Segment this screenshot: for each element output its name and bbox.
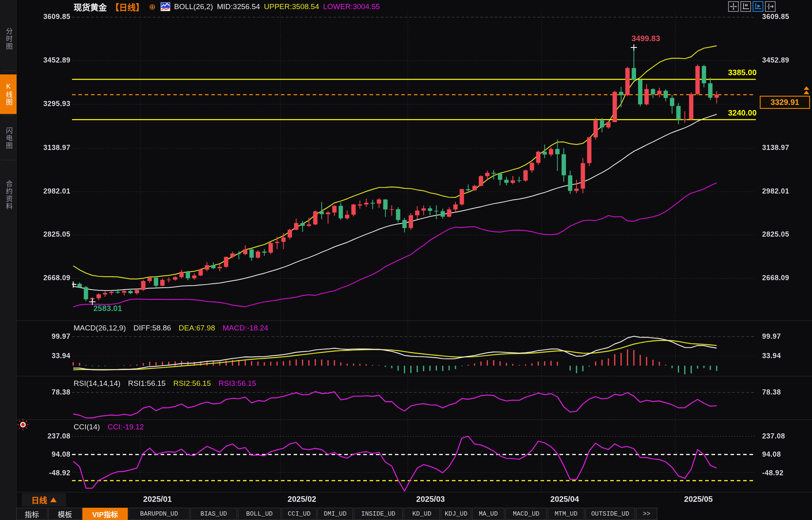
low-price-marker: 2583.01 <box>93 304 122 313</box>
cci-axis-label: 237.08 <box>23 432 70 440</box>
indicator-tab--[interactable]: 模板 <box>48 508 82 520</box>
y-axis-label: 2668.09 <box>762 274 789 282</box>
sidebar-item-contract-info[interactable]: 合约资料 <box>0 161 17 229</box>
sidebar-divider <box>2 70 15 71</box>
y-axis-label: 2982.01 <box>762 187 789 195</box>
y-axis-label: 3609.85 <box>23 13 70 21</box>
rsi-axis-label: 78.38 <box>762 388 781 397</box>
indicator-tab-inside-ud[interactable]: INSIDE_UD <box>354 508 403 520</box>
cci-axis-label: -48.92 <box>23 469 70 477</box>
rsi2-value: RSI2:56.15 <box>173 379 211 387</box>
y-axis-label: 2825.05 <box>762 230 789 239</box>
boll-indicator-label: BOLL(26,2) <box>174 2 213 11</box>
macd-dea-value: DEA:67.98 <box>179 324 215 332</box>
indicator-tab-dmi-ud[interactable]: DMI_UD <box>317 508 353 520</box>
macd-axis-label: 99.97 <box>23 332 70 341</box>
indicator-tab-macd-ud[interactable]: MACD_UD <box>505 508 547 520</box>
indicator-tab-barupdn-ud[interactable]: BARUPDN_UD <box>129 508 190 520</box>
kline-badge-icon <box>161 2 170 11</box>
indicator-tab-bias-ud[interactable]: BIAS_UD <box>190 508 237 520</box>
rsi3-value: RSI3:56.15 <box>218 379 256 387</box>
live-record-icon <box>17 419 28 430</box>
cci-value: CCI:-19.12 <box>108 423 144 431</box>
indicator-tab-boll-ud[interactable]: BOLL_UD <box>238 508 281 520</box>
symbol-name: 现货黄金 <box>74 1 107 13</box>
high-price-marker: 3499.83 <box>632 34 660 43</box>
rsi1-value: RSI1:56.15 <box>128 379 166 387</box>
app-window: 分时图 K线图 闪电图 合约资料 现货黄金 【日线】 ⊕ BOLL(26,2) … <box>0 0 812 520</box>
chart-canvas[interactable] <box>0 0 812 520</box>
indicator-tab-outside-ud[interactable]: OUTSIDE_UD <box>585 508 635 520</box>
y-axis-label: 3295.93 <box>23 100 70 108</box>
price-up-arrows-icon <box>804 86 810 96</box>
period-label: 日线 <box>31 494 47 506</box>
rsi-title: RSI(14,14,14) <box>74 379 120 387</box>
x-axis-month-label: 2025/05 <box>684 495 713 504</box>
rsi-axis-label: 78.38 <box>23 388 70 397</box>
sidebar-item-time-chart[interactable]: 分时图 <box>0 15 17 63</box>
y-axis-label: 3452.89 <box>23 56 70 65</box>
y-axis-label: 2668.09 <box>23 274 70 282</box>
cci-title: CCI(14) <box>74 423 100 431</box>
sidebar-divider <box>2 115 15 115</box>
sidebar-item-kline-chart[interactable]: K线图 <box>0 74 17 114</box>
macd-axis-label: 33.94 <box>762 352 781 360</box>
last-price-badge: 3329.91 <box>760 96 810 109</box>
cci-axis-label: 94.08 <box>762 450 781 459</box>
y-axis-label: 2825.05 <box>23 230 70 239</box>
add-indicator-button[interactable]: ⊕ <box>148 2 157 11</box>
triangle-up-icon <box>50 497 57 502</box>
y-axis-label: 3138.97 <box>23 144 70 152</box>
cci-legend: CCI(14) CCI:-19.12 <box>74 423 150 431</box>
boll-upper-value: UPPER:3508.54 <box>264 2 319 11</box>
macd-value: MACD:-18.24 <box>223 324 268 332</box>
y-axis-label: 3452.89 <box>762 56 789 65</box>
x-axis-month-label: 2025/02 <box>288 495 316 504</box>
indicator-tab-kdj-ud[interactable]: KDJ_UD <box>441 508 471 520</box>
indicator-tab-mtm-ud[interactable]: MTM_UD <box>548 508 584 520</box>
axis-shift-icon[interactable] <box>765 1 776 12</box>
indicator-tab-kd-ud[interactable]: KD_UD <box>404 508 440 520</box>
macd-legend: MACD(26,12,9) DIFF:58.86 DEA:67.98 MACD:… <box>74 324 274 332</box>
macd-axis-label: 99.97 <box>762 332 781 341</box>
alert-line-label-3240[interactable]: 3240.00 <box>728 108 757 118</box>
macd-diff-value: DIFF:58.86 <box>133 324 171 332</box>
boll-mid-value: MID:3256.54 <box>217 2 260 11</box>
indicator-tab--[interactable]: 指标 <box>16 508 47 520</box>
x-axis-month-label: 2025/04 <box>550 495 579 504</box>
y-axis-label: 3138.97 <box>762 144 789 152</box>
chart-toolbar <box>728 1 776 12</box>
sidebar-item-lightning-chart[interactable]: 闪电图 <box>0 116 17 160</box>
axis-play-icon[interactable] <box>753 1 763 12</box>
indicator-tab-vip-[interactable]: VIP指标 <box>82 508 128 520</box>
axis-scale-icon[interactable] <box>740 1 751 12</box>
chart-type-sidebar: 分时图 K线图 闪电图 合约资料 <box>0 0 17 520</box>
macd-title: MACD(26,12,9) <box>74 324 126 332</box>
indicator-tab-bar: 指标模板VIP指标BARUPDN_UDBIAS_UDBOLL_UDCCI_UDD… <box>16 508 657 520</box>
y-axis-label: 3609.85 <box>762 13 789 21</box>
x-axis-month-label: 2025/01 <box>143 495 172 504</box>
macd-axis-label: 33.94 <box>23 352 70 360</box>
period-tag[interactable]: 【日线】 <box>111 1 144 13</box>
alert-line-label-3385[interactable]: 3385.00 <box>728 68 757 77</box>
cci-axis-label: -48.92 <box>762 469 784 477</box>
period-selector-button[interactable]: 日线 <box>22 493 66 507</box>
cci-axis-label: 237.08 <box>762 432 785 440</box>
x-axis-month-label: 2025/03 <box>416 495 445 504</box>
cci-axis-label: 94.08 <box>23 450 70 459</box>
y-axis-label: 2982.01 <box>23 187 70 195</box>
move-crosshair-icon[interactable] <box>728 1 739 12</box>
indicator-tab-cci-ud[interactable]: CCI_UD <box>282 508 317 520</box>
chart-header: 现货黄金 【日线】 ⊕ BOLL(26,2) MID:3256.54 UPPER… <box>74 1 380 12</box>
rsi-legend: RSI(14,14,14) RSI1:56.15 RSI2:56.15 RSI3… <box>74 379 262 388</box>
boll-lower-value: LOWER:3004.55 <box>323 2 380 11</box>
indicator-tab-more[interactable]: >> <box>636 508 657 520</box>
indicator-tab-ma-ud[interactable]: MA_UD <box>472 508 505 520</box>
sidebar-divider <box>2 160 15 160</box>
